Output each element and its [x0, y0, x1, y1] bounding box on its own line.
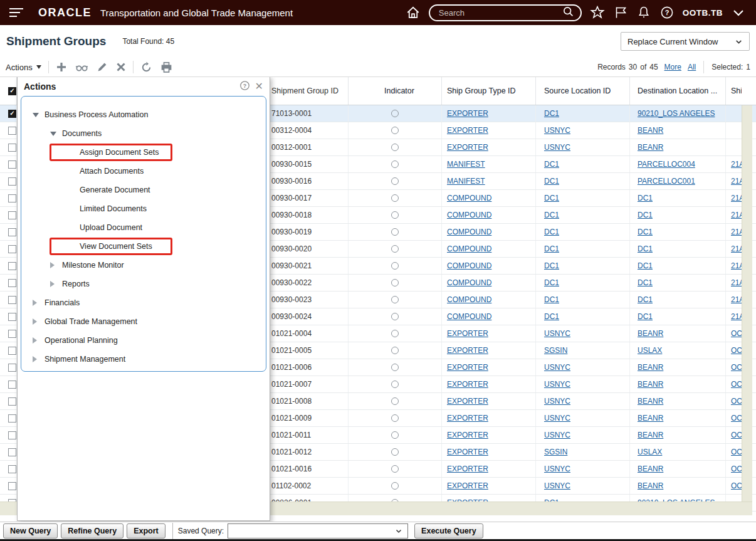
ship-group-type-link[interactable]: COMPOUND	[447, 211, 491, 219]
help-icon[interactable]: ?	[659, 5, 675, 20]
row-checkbox[interactable]	[8, 194, 16, 202]
ship-link[interactable]: OC	[731, 380, 742, 389]
flag-icon[interactable]	[613, 5, 628, 20]
row-checkbox[interactable]	[8, 448, 16, 456]
expand-arrow-icon[interactable]	[33, 337, 37, 344]
row-checkbox[interactable]	[8, 381, 16, 389]
source-location-link[interactable]: USNYC	[544, 363, 570, 372]
expand-arrow-icon[interactable]	[50, 262, 55, 268]
refresh-icon[interactable]	[140, 61, 152, 73]
ship-group-type-link[interactable]: EXPORTER	[447, 363, 488, 372]
source-location-link[interactable]: USNYC	[544, 414, 570, 423]
ship-link[interactable]: 21A	[731, 160, 742, 169]
destination-location-link[interactable]: BEANR	[638, 481, 663, 490]
source-location-link[interactable]: USNYC	[544, 465, 570, 473]
destination-location-link[interactable]: PARCELLOC004	[638, 160, 695, 169]
tree-item-business-process-automation[interactable]: Business Process Automation	[21, 105, 266, 124]
collapse-arrow-icon[interactable]	[33, 113, 39, 117]
destination-location-link[interactable]: DC1	[638, 228, 653, 236]
ship-group-type-link[interactable]: EXPORTER	[447, 346, 488, 355]
ship-group-type-link[interactable]: MANIFEST	[447, 160, 485, 169]
window-mode-select[interactable]: Replace Current Window	[621, 32, 750, 51]
source-location-link[interactable]: DC1	[544, 312, 559, 321]
tree-item-view-document-sets[interactable]: View Document Sets	[21, 237, 266, 256]
ship-link[interactable]: OC	[731, 346, 742, 355]
column-header-ship[interactable]: Shi	[726, 77, 742, 105]
row-checkbox[interactable]	[8, 397, 16, 406]
source-location-link[interactable]: DC1	[544, 228, 559, 236]
ship-link[interactable]: 21A	[731, 177, 742, 186]
source-location-link[interactable]: DC1	[544, 278, 559, 287]
ship-link[interactable]: OC	[731, 448, 742, 456]
destination-location-link[interactable]: BEANR	[638, 126, 663, 135]
hamburger-icon[interactable]	[9, 6, 24, 19]
row-checkbox[interactable]	[8, 160, 16, 169]
destination-location-link[interactable]: DC1	[638, 244, 653, 253]
destination-location-link[interactable]: BEANR	[638, 143, 663, 152]
destination-location-link[interactable]: USLAX	[638, 346, 662, 355]
ship-link[interactable]: OC	[731, 431, 742, 439]
expand-arrow-icon[interactable]	[33, 300, 37, 306]
ship-group-type-link[interactable]: EXPORTER	[447, 329, 488, 338]
row-checkbox[interactable]	[8, 211, 16, 219]
source-location-link[interactable]: USNYC	[544, 431, 570, 439]
add-icon[interactable]	[56, 61, 67, 73]
ship-group-type-link[interactable]: COMPOUND	[447, 244, 491, 253]
source-location-link[interactable]: USNYC	[544, 143, 570, 152]
destination-location-link[interactable]: BEANR	[638, 397, 663, 406]
execute-query-button[interactable]: Execute Query	[414, 523, 483, 538]
source-location-link[interactable]: DC1	[544, 177, 559, 186]
ship-group-type-link[interactable]: COMPOUND	[447, 278, 491, 287]
ship-link[interactable]: 21A	[731, 295, 742, 304]
source-location-link[interactable]: SGSIN	[544, 448, 567, 456]
column-header-destination-location[interactable]: Destination Location ...	[630, 77, 726, 105]
row-checkbox[interactable]	[8, 347, 16, 355]
delete-icon[interactable]	[116, 62, 126, 72]
all-link[interactable]: All	[688, 63, 696, 71]
ship-link[interactable]: OC	[731, 465, 742, 473]
star-icon[interactable]	[590, 5, 605, 20]
row-checkbox[interactable]	[8, 127, 16, 135]
ship-link[interactable]: OC	[731, 329, 742, 338]
row-checkbox[interactable]	[8, 482, 16, 490]
ship-group-type-link[interactable]: EXPORTER	[447, 414, 488, 423]
source-location-link[interactable]: DC1	[544, 194, 559, 202]
tree-item-shipment-management[interactable]: Shipment Management	[21, 350, 266, 369]
ship-group-type-link[interactable]: EXPORTER	[447, 448, 488, 456]
source-location-link[interactable]: SGSIN	[544, 346, 567, 355]
ship-group-type-link[interactable]: EXPORTER	[447, 397, 488, 406]
destination-location-link[interactable]: BEANR	[638, 363, 663, 372]
expand-arrow-icon[interactable]	[33, 356, 37, 362]
ship-group-type-link[interactable]: EXPORTER	[447, 481, 488, 490]
destination-location-link[interactable]: USLAX	[638, 448, 662, 456]
collapse-arrow-icon[interactable]	[50, 132, 56, 136]
row-checkbox[interactable]	[8, 414, 16, 423]
column-header-source-location-id[interactable]: Source Location ID	[536, 77, 630, 105]
view-icon[interactable]	[75, 61, 88, 73]
select-all-checkbox[interactable]	[8, 87, 16, 95]
row-checkbox[interactable]	[8, 228, 16, 236]
source-location-link[interactable]: USNYC	[544, 481, 570, 490]
destination-location-link[interactable]: 90210_LOS ANGELES	[638, 109, 715, 118]
source-location-link[interactable]: USNYC	[544, 397, 570, 406]
row-checkbox[interactable]	[8, 313, 16, 321]
search-icon[interactable]	[562, 6, 574, 20]
row-checkbox[interactable]	[8, 465, 16, 473]
ship-group-type-link[interactable]: EXPORTER	[447, 431, 488, 439]
ship-group-type-link[interactable]: COMPOUND	[447, 228, 491, 236]
tree-item-milestone-monitor[interactable]: Milestone Monitor	[21, 256, 266, 275]
row-checkbox[interactable]	[8, 262, 16, 270]
destination-location-link[interactable]: BEANR	[638, 414, 663, 423]
source-location-link[interactable]: USNYC	[544, 126, 570, 135]
ship-link[interactable]: 21A	[731, 244, 742, 253]
destination-location-link[interactable]: DC1	[638, 295, 653, 304]
ship-link[interactable]: 21A	[731, 211, 742, 219]
ship-link[interactable]: 21A	[731, 228, 742, 236]
destination-location-link[interactable]: DC1	[638, 211, 653, 219]
row-checkbox[interactable]	[8, 279, 16, 287]
source-location-link[interactable]: USNYC	[544, 329, 570, 338]
row-checkbox[interactable]	[8, 364, 16, 372]
row-checkbox[interactable]	[8, 144, 16, 152]
new-query-button[interactable]: New Query	[3, 523, 58, 538]
source-location-link[interactable]: USNYC	[544, 380, 570, 389]
